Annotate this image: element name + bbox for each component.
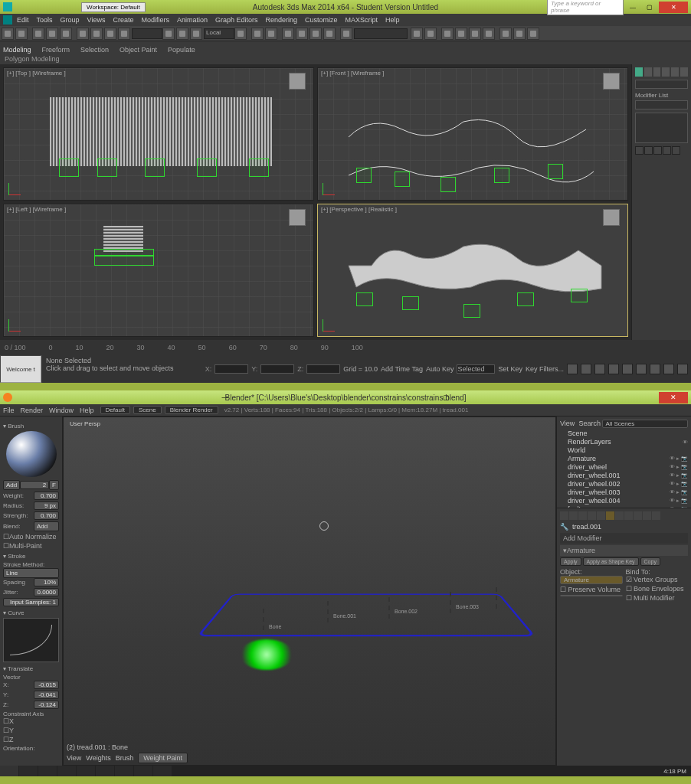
viewnav-icon[interactable] <box>677 364 688 374</box>
material-tab-icon[interactable] <box>624 511 633 520</box>
minimize-icon[interactable]: — <box>625 2 640 13</box>
particles-tab-icon[interactable] <box>643 511 651 520</box>
tool-render-icon[interactable] <box>499 28 512 40</box>
outliner-filter-dropdown[interactable]: All Scenes <box>602 420 688 428</box>
renderer-dropdown[interactable]: Blender Render <box>165 406 218 414</box>
play-icon[interactable] <box>594 364 605 374</box>
radius-slider[interactable]: 9 px <box>34 501 59 510</box>
tab-objectpaint[interactable]: Object Paint <box>120 46 157 54</box>
modifier-list-dropdown[interactable] <box>635 100 688 109</box>
cz-check[interactable]: ☐ <box>3 736 9 743</box>
weight-slider[interactable]: 0.700 <box>34 492 59 500</box>
bone[interactable] <box>385 597 393 619</box>
texture-tab-icon[interactable] <box>634 511 642 520</box>
cy-check[interactable]: ☐ <box>3 727 9 734</box>
bone-box[interactable] <box>97 158 117 177</box>
bone-box[interactable] <box>440 177 456 192</box>
tool-select-icon[interactable] <box>77 28 89 40</box>
mode-dropdown[interactable]: Weight Paint <box>138 753 188 763</box>
play-end-icon[interactable] <box>622 364 633 374</box>
outliner-item[interactable]: Scene <box>560 430 688 437</box>
viewport-label[interactable]: [+] [Left ] [Wireframe ] <box>7 206 66 213</box>
viewnav-icon[interactable] <box>650 364 660 374</box>
bone-box[interactable] <box>395 172 410 187</box>
tab-selection[interactable]: Selection <box>80 46 109 54</box>
viewport-label[interactable]: [+] [Front ] [Wireframe ] <box>321 70 384 77</box>
namedsel-dropdown[interactable] <box>354 28 408 39</box>
bone-box[interactable] <box>548 164 563 179</box>
tool-material-icon[interactable] <box>483 28 495 40</box>
tool-move-icon[interactable] <box>162 28 175 40</box>
vg-check[interactable]: ☑ <box>626 576 634 583</box>
strength-slider[interactable]: 0.700 <box>34 511 59 520</box>
bone[interactable] <box>447 592 454 613</box>
bone[interactable] <box>493 587 500 609</box>
add-modifier-dropdown[interactable]: Add Modifier <box>560 533 688 544</box>
tool-undo-icon[interactable] <box>2 28 14 40</box>
play-start-icon[interactable] <box>567 364 578 374</box>
workspace-dropdown[interactable]: Workspace: Default <box>81 2 146 12</box>
viewport-perspective[interactable]: [+] [Perspective ] [Realistic ] <box>317 204 628 337</box>
close-icon[interactable]: ✕ <box>659 2 688 13</box>
outliner-item[interactable]: driver_wheel.001👁 ▸ 📷 <box>560 472 688 479</box>
bone-box[interactable] <box>463 304 480 318</box>
apply-button[interactable]: Apply <box>560 557 581 566</box>
search-input[interactable]: Type a keyword or phrase <box>547 0 624 15</box>
mm-check[interactable]: ☐ <box>626 594 634 602</box>
spline-front[interactable] <box>341 106 601 198</box>
viewcube-icon[interactable] <box>289 73 306 90</box>
menu-animation[interactable]: Animation <box>177 16 208 24</box>
maximize-icon[interactable]: ▢ <box>642 2 657 13</box>
refcoord-dropdown[interactable]: Local <box>204 28 234 39</box>
outliner-item[interactable]: driver_wheel👁 ▸ 📷 <box>560 463 688 471</box>
logo-icon[interactable] <box>3 15 12 24</box>
constraints-tab-icon[interactable] <box>597 511 605 520</box>
outliner-item[interactable]: driver_wheel.002👁 ▸ 📷 <box>560 480 688 488</box>
welcome-box[interactable]: Welcome t <box>0 355 41 383</box>
play-prev-icon[interactable] <box>581 364 591 374</box>
tool-unlink-icon[interactable] <box>46 28 58 40</box>
tool-pivot-icon[interactable] <box>234 28 247 40</box>
outliner-view[interactable]: View <box>560 420 575 428</box>
max-titlebar[interactable]: Workspace: Default Autodesk 3ds Max 2014… <box>0 0 691 14</box>
vgroup-field[interactable] <box>560 595 623 596</box>
brush-preview[interactable] <box>6 431 57 477</box>
play-next-icon[interactable] <box>608 364 619 374</box>
mesh-top[interactable] <box>50 97 272 166</box>
show-end-icon[interactable] <box>644 146 653 155</box>
viewport-label[interactable]: [+] [Perspective ] [Realistic ] <box>321 206 397 213</box>
curve-header[interactable]: ▾ Curve <box>3 609 59 616</box>
taskbar-app[interactable] <box>96 766 114 776</box>
z-field[interactable]: -0.124 <box>34 701 59 709</box>
autokey-button[interactable]: Auto Key <box>426 365 454 373</box>
hierarchy-tab-icon[interactable] <box>653 67 661 77</box>
bone-box[interactable] <box>94 255 154 266</box>
scene-dropdown[interactable]: Scene <box>133 406 162 414</box>
tool-schematic-icon[interactable] <box>469 28 481 40</box>
tool-selectname-icon[interactable] <box>90 28 103 40</box>
blend-dropdown[interactable]: Add <box>34 521 59 531</box>
physics-tab-icon[interactable] <box>652 511 660 520</box>
taskbar-app[interactable] <box>19 766 38 776</box>
viewcube-icon[interactable] <box>289 209 306 226</box>
applyshape-button[interactable]: Apply as Shape Key <box>583 557 639 566</box>
display-tab-icon[interactable] <box>671 67 679 77</box>
tool-link-icon[interactable] <box>32 28 44 40</box>
tool-percentsnap-icon[interactable] <box>309 28 322 40</box>
bone[interactable] <box>260 609 267 630</box>
selected-dropdown[interactable]: Selected <box>457 364 495 374</box>
jitter-slider[interactable]: 0.0000 <box>34 588 59 596</box>
menu-help[interactable]: Help <box>385 16 400 24</box>
viewcube-icon[interactable] <box>603 209 620 226</box>
bone-box[interactable] <box>249 158 269 177</box>
stroke-header[interactable]: ▾ Stroke <box>3 553 59 560</box>
render-tab-icon[interactable] <box>560 511 568 520</box>
timetag[interactable]: Add Time Tag <box>381 365 423 373</box>
tool-selectrect-icon[interactable] <box>104 28 116 40</box>
curve-widget[interactable] <box>3 618 59 662</box>
taskbar-app[interactable] <box>57 766 76 776</box>
outliner-item[interactable]: driver_wheel.004👁 ▸ 📷 <box>560 497 688 505</box>
viewcube-icon[interactable] <box>603 73 620 90</box>
viewport-front[interactable]: [+] [Front ] [Wireframe ] <box>317 67 628 201</box>
viewnav-icon[interactable] <box>663 364 674 374</box>
